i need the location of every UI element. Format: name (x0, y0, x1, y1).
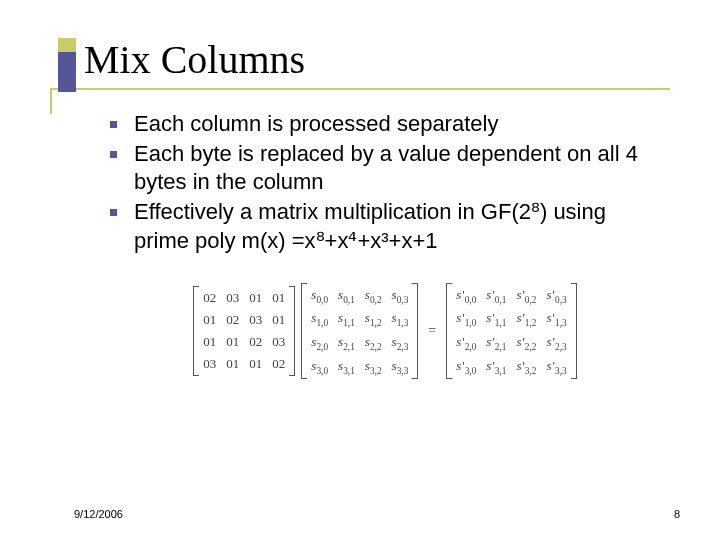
coeff-cell: 01 (226, 334, 239, 350)
title-accent (58, 38, 76, 92)
coeff-cell: 01 (272, 290, 285, 306)
coeff-cell: 01 (226, 356, 239, 372)
state-cell: s1,3 (392, 310, 409, 328)
state-cell: s1,1 (338, 310, 355, 328)
slide: Mix Columns Each column is processed sep… (0, 0, 720, 540)
state-matrix: s0,0s0,1s0,2s0,3s1,0s1,1s1,2s1,3s2,0s2,1… (301, 283, 418, 379)
bullet-item: Each column is processed separately (110, 110, 660, 138)
bullet-item: Each byte is replaced by a value depende… (110, 140, 660, 196)
state-prime-cell: s'2,0 (456, 334, 476, 352)
coeff-cell: 03 (249, 312, 262, 328)
footer-page-number: 8 (674, 508, 680, 520)
slide-body: Each column is processed separately Each… (60, 90, 670, 379)
slide-title: Mix Columns (60, 38, 670, 82)
coeff-cell: 03 (272, 334, 285, 350)
state-prime-cell: s'0,0 (456, 287, 476, 305)
state-prime-cell: s'0,1 (486, 287, 506, 305)
state-prime-cell: s'3,1 (486, 358, 506, 376)
state-prime-cell: s'1,3 (547, 310, 567, 328)
matrix-equation: 02 03 01 01 01 02 03 01 01 01 02 03 03 0… (110, 283, 660, 379)
title-underline-tick (50, 90, 52, 114)
coeff-cell: 03 (226, 290, 239, 306)
state-cell: s3,0 (311, 358, 328, 376)
state-cell: s3,2 (365, 358, 382, 376)
state-cell: s3,1 (338, 358, 355, 376)
state-cell: s3,3 (392, 358, 409, 376)
state-prime-cell: s'3,2 (516, 358, 536, 376)
bullet-item: Effectively a matrix multiplication in G… (110, 198, 660, 254)
coeff-cell: 01 (203, 312, 216, 328)
state-prime-cell: s'2,3 (547, 334, 567, 352)
coeff-cell: 02 (203, 290, 216, 306)
state-prime-cell: s'3,3 (547, 358, 567, 376)
state-cell: s0,0 (311, 287, 328, 305)
coeff-cell: 02 (249, 334, 262, 350)
state-prime-cell: s'2,2 (516, 334, 536, 352)
state-prime-cell: s'1,0 (456, 310, 476, 328)
state-cell: s2,1 (338, 334, 355, 352)
state-prime-cell: s'3,0 (456, 358, 476, 376)
coeff-cell: 01 (272, 312, 285, 328)
state-prime-matrix: s'0,0s'0,1s'0,2s'0,3s'1,0s'1,1s'1,2s'1,3… (446, 283, 576, 379)
state-cell: s2,0 (311, 334, 328, 352)
coeff-cell: 01 (203, 334, 216, 350)
state-prime-cell: s'1,1 (486, 310, 506, 328)
state-cell: s2,2 (365, 334, 382, 352)
state-prime-cell: s'0,2 (516, 287, 536, 305)
state-cell: s0,2 (365, 287, 382, 305)
footer-date: 9/12/2006 (74, 508, 123, 520)
coeff-cell: 02 (226, 312, 239, 328)
coeff-cell: 01 (249, 290, 262, 306)
state-prime-cell: s'2,1 (486, 334, 506, 352)
state-prime-cell: s'1,2 (516, 310, 536, 328)
state-prime-cell: s'0,3 (547, 287, 567, 305)
equals-sign: = (424, 323, 440, 339)
state-cell: s1,2 (365, 310, 382, 328)
state-cell: s1,0 (311, 310, 328, 328)
state-cell: s0,1 (338, 287, 355, 305)
coeff-cell: 01 (249, 356, 262, 372)
bullet-list: Each column is processed separately Each… (110, 110, 660, 255)
coeff-cell: 02 (272, 356, 285, 372)
state-cell: s0,3 (392, 287, 409, 305)
coeff-cell: 03 (203, 356, 216, 372)
state-cell: s2,3 (392, 334, 409, 352)
coefficient-matrix: 02 03 01 01 01 02 03 01 01 01 02 03 03 0… (193, 286, 295, 376)
